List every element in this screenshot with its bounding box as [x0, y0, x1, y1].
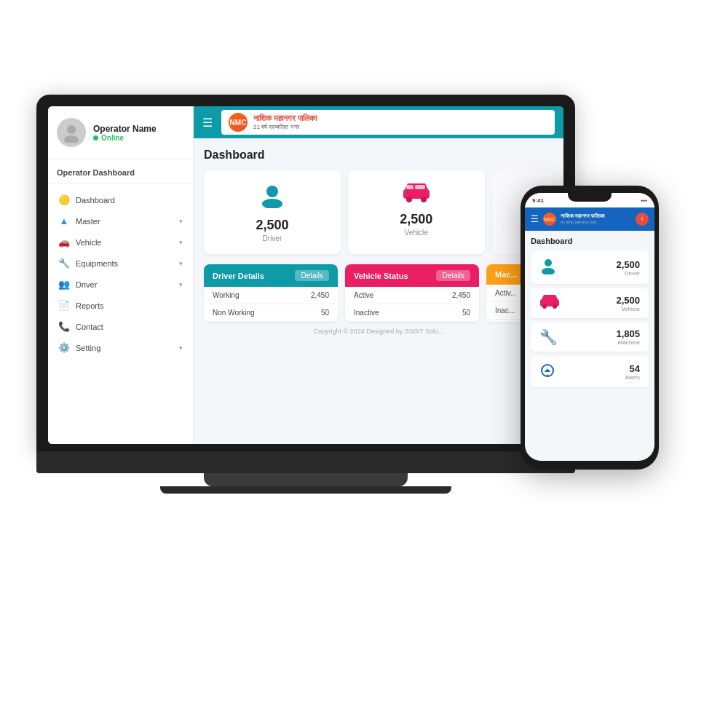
phone-driver-count: 2,500: [616, 259, 640, 270]
sidebar-item-driver[interactable]: 👥 Driver ▾: [48, 274, 193, 295]
driver-nonworking-row: Non Working 50: [204, 304, 338, 322]
menu-label: Equipments: [76, 259, 118, 268]
svg-point-2: [266, 186, 278, 197]
svg-point-11: [542, 268, 555, 274]
copyright-text: Copyright © 2024 Designed by SSDiT Solu.…: [204, 322, 553, 338]
vehicle-active-row: Active 2,450: [345, 287, 479, 304]
org-logo-area: NMC नाशिक महानगर पालिका 21 वर्ष प्रज्वलि…: [221, 110, 555, 135]
vehicle-details-button[interactable]: Details: [436, 270, 470, 281]
driver-table-title: Driver Details: [213, 272, 264, 280]
nonworking-value: 50: [321, 309, 329, 317]
phone-alerts-info: 54 Alerts: [625, 363, 640, 381]
laptop-device: Operator Name Online Operator Dashboard …: [36, 95, 575, 502]
svg-point-14: [542, 304, 547, 309]
dashboard-title: Dashboard: [204, 149, 553, 162]
laptop-screen-border: Operator Name Online Operator Dashboard …: [36, 95, 575, 451]
master-icon: ▲: [58, 215, 70, 226]
inactive-value: 50: [462, 309, 470, 317]
phone-top-bar: ☰ NMC नाशिक महानगर पालिका m.nmc.service.…: [525, 207, 654, 231]
machine-table-title: Mac...: [495, 270, 518, 279]
svg-point-17: [547, 375, 549, 377]
phone-driver-label: Driver: [616, 270, 640, 277]
svg-point-0: [67, 125, 76, 134]
operator-status: Online: [93, 134, 157, 142]
driver-details-button[interactable]: Details: [295, 270, 329, 281]
org-name-hindi: नाशिक महानगर पालिका: [253, 114, 317, 123]
menu-label: Setting: [76, 344, 100, 352]
dashboard-body: Dashboard 2,500: [194, 138, 563, 444]
driver-stat-icon: [259, 182, 285, 213]
menu-label: Driver: [76, 280, 97, 289]
stat-cards: 2,500 Driver: [204, 170, 553, 254]
vehicle-inactive-row: Inactive 50: [345, 304, 479, 322]
sidebar: Operator Name Online Operator Dashboard …: [48, 106, 194, 444]
phone-vehicle-label: Vehicle: [616, 306, 640, 312]
minactive-label: Inac...: [495, 306, 515, 314]
sidebar-item-master[interactable]: ▲ Master ▾: [48, 210, 193, 232]
org-emblem: NMC: [229, 113, 248, 132]
svg-rect-9: [415, 185, 425, 189]
phone-hamburger-icon[interactable]: ☰: [531, 214, 539, 224]
sidebar-item-dashboard[interactable]: 🟡 Dashboard: [48, 189, 193, 210]
phone-driver-info: 2,500 Driver: [616, 259, 640, 277]
sidebar-item-setting[interactable]: ⚙️ Setting ▾: [48, 337, 193, 358]
svg-rect-8: [406, 185, 414, 189]
phone-machine-info: 1,805 Machine: [616, 328, 640, 346]
equipment-icon: 🔧: [58, 258, 70, 269]
chevron-down-icon: ▾: [179, 239, 183, 246]
phone-screen: 9:41 ▪▪▪ ☰ NMC नाशिक महानगर पालिका m.nmc…: [525, 193, 654, 461]
svg-point-6: [406, 197, 412, 202]
vehicle-table-header: Vehicle Status Details: [345, 264, 479, 287]
reports-icon: 📄: [58, 300, 70, 311]
hamburger-icon[interactable]: ☰: [202, 116, 213, 130]
menu-label: Dashboard: [76, 196, 115, 205]
sidebar-item-vehicle[interactable]: 🚗 Vehicle ▾: [48, 232, 193, 253]
svg-point-15: [553, 304, 557, 309]
profile-info: Operator Name Online: [93, 124, 157, 142]
svg-point-1: [64, 135, 79, 143]
mactive-label: Activ...: [495, 289, 516, 297]
laptop-app: Operator Name Online Operator Dashboard …: [48, 106, 563, 444]
status-dot: [93, 135, 98, 141]
detail-tables: Driver Details Details Working 2,450 Non…: [204, 264, 553, 322]
sidebar-item-reports[interactable]: 📄 Reports: [48, 295, 193, 316]
active-label: Active: [354, 291, 373, 299]
phone-alerts-count: 54: [625, 363, 640, 374]
phone-alert-icon[interactable]: !: [636, 213, 649, 226]
driver-icon: 👥: [58, 279, 70, 290]
driver-label: Driver: [263, 234, 282, 242]
phone-stat-machine: 🔧 1,805 Machine: [531, 323, 649, 352]
laptop-foot: [160, 486, 451, 494]
phone-dashboard-title: Dashboard: [531, 237, 649, 245]
phone-machine-count: 1,805: [616, 328, 640, 339]
main-content: ☰ NMC नाशिक महानगर पालिका 21 वर्ष प्रज्व…: [194, 106, 563, 444]
sidebar-item-contact[interactable]: 📞 Contact: [48, 316, 193, 337]
contact-icon: 📞: [58, 321, 70, 332]
driver-details-table: Driver Details Details Working 2,450 Non…: [204, 264, 338, 322]
phone-machine-label: Machine: [616, 339, 640, 346]
menu-label: Contact: [76, 323, 103, 331]
phone-stat-driver: 2,500 Driver: [531, 251, 649, 284]
phone-status-icons: ▪▪▪: [641, 197, 647, 204]
phone-machine-icon: 🔧: [539, 328, 558, 346]
laptop-screen: Operator Name Online Operator Dashboard …: [48, 106, 563, 444]
phone-vehicle-icon: [539, 294, 560, 312]
svg-point-10: [545, 259, 552, 266]
phone-driver-icon: [539, 257, 557, 278]
menu-label: Vehicle: [76, 238, 101, 247]
driver-table-header: Driver Details Details: [204, 264, 338, 287]
nonworking-label: Non Working: [213, 309, 255, 317]
laptop-base: [36, 451, 575, 473]
vehicle-stat-icon: [402, 182, 431, 207]
sidebar-menu: 🟡 Dashboard ▲ Master ▾ 🚗 Vehicle ▾: [48, 183, 193, 444]
org-name-block: नाशिक महानगर पालिका 21 वर्ष प्रज्वलित नग…: [253, 114, 317, 130]
chevron-down-icon: ▾: [179, 260, 183, 267]
phone-time: 9:41: [532, 197, 544, 204]
sidebar-item-equipments[interactable]: 🔧 Equipments ▾: [48, 253, 193, 274]
vehicle-label: Vehicle: [405, 229, 428, 237]
chevron-down-icon: ▾: [179, 218, 183, 225]
active-value: 2,450: [452, 291, 470, 299]
svg-marker-13: [542, 295, 558, 299]
vehicle-status-table: Vehicle Status Details Active 2,450 Inac…: [345, 264, 479, 322]
svg-point-7: [421, 197, 427, 202]
